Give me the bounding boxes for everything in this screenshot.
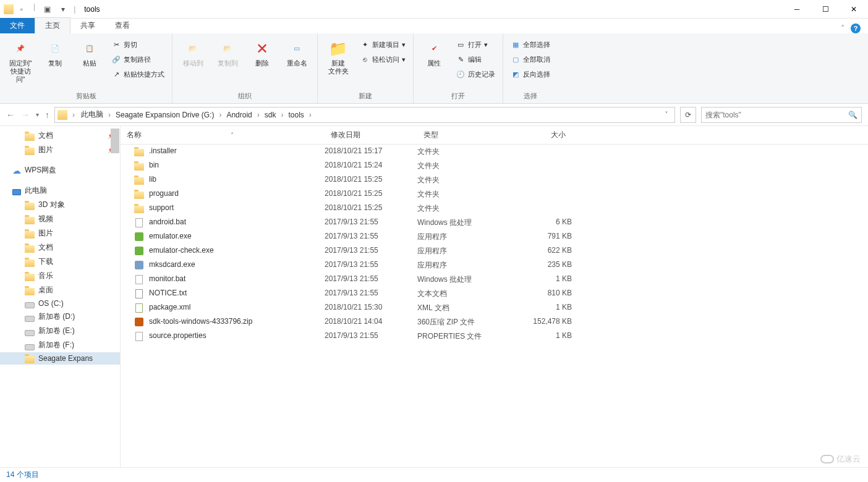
paste-button[interactable]: 📋 粘贴 — [74, 36, 105, 70]
file-row[interactable]: emulator-check.exe2017/9/13 21:55应用程序622… — [121, 244, 868, 258]
up-button[interactable]: ↑ — [45, 110, 49, 120]
maximize-button[interactable]: ☐ — [811, 0, 840, 19]
search-box[interactable]: 🔍 — [701, 107, 862, 123]
search-icon[interactable]: 🔍 — [848, 111, 857, 119]
help-icon[interactable]: ? — [851, 23, 861, 33]
file-row[interactable]: NOTICE.txt2017/9/13 21:55文本文档810 KB — [121, 287, 868, 301]
tree-item[interactable]: OS (C:) — [0, 297, 120, 310]
open-small-button[interactable]: ▭打开 ▾ — [453, 38, 498, 51]
ribbon-collapse-icon[interactable]: ˄ — [841, 24, 845, 33]
tab-home[interactable]: 主页 — [35, 17, 70, 33]
tree-item[interactable]: 3D 对象 — [0, 198, 120, 212]
tree-item[interactable]: 新加卷 (F:) — [0, 338, 120, 352]
breadcrumb-seg[interactable]: sdk — [261, 108, 280, 122]
file-row[interactable]: mksdcard.exe2017/9/13 21:55应用程序235 KB — [121, 258, 868, 273]
folder-icon — [25, 203, 35, 210]
col-date[interactable]: 修改日期 — [325, 126, 417, 144]
chevron-right-icon[interactable]: › — [279, 111, 284, 119]
file-row[interactable]: emulator.exe2017/9/13 21:55应用程序791 KB — [121, 230, 868, 244]
file-row[interactable]: proguard2018/10/21 15:25文件夹 — [121, 187, 868, 201]
file-row[interactable]: source.properties2017/9/13 21:55PROPERTI… — [121, 329, 868, 344]
file-row[interactable]: sdk-tools-windows-4333796.zip2018/10/21 … — [121, 315, 868, 329]
file-row[interactable]: monitor.bat2017/9/13 21:55Windows 批处理1 K… — [121, 273, 868, 287]
select-none-button[interactable]: ▢全部取消 — [508, 53, 553, 66]
tree-wps[interactable]: ☁WPS网盘 — [0, 163, 120, 177]
tree-item[interactable]: 图片📌 — [0, 143, 120, 157]
file-row[interactable]: package.xml2018/10/21 15:30XML 文档1 KB — [121, 301, 868, 315]
chevron-right-icon[interactable]: › — [107, 111, 112, 119]
tree-item[interactable]: 视频 — [0, 212, 120, 226]
tab-share[interactable]: 共享 — [70, 18, 105, 33]
tree-item[interactable]: 新加卷 (E:) — [0, 324, 120, 338]
breadcrumb-seg[interactable]: Seagate Expansion Drive (G:) — [112, 108, 218, 122]
copypath-icon: 🔗 — [111, 54, 121, 64]
breadcrumb-seg[interactable]: tools — [284, 108, 307, 122]
delete-button[interactable]: ✕删除 — [247, 36, 278, 70]
tree-this-pc[interactable]: ˅此电脑 — [0, 184, 120, 198]
tree-item[interactable]: 文档 — [0, 240, 120, 255]
file-row[interactable]: bin2018/10/21 15:24文件夹 — [121, 159, 868, 173]
file-icon — [134, 303, 144, 313]
qat-save-icon[interactable]: ▫ — [15, 2, 28, 16]
tree-item[interactable]: 新加卷 (D:) — [0, 310, 120, 324]
col-name[interactable]: 名称˄ — [121, 126, 325, 144]
history-button[interactable]: 🕘历史记录 — [453, 68, 498, 80]
forward-button[interactable]: → — [21, 110, 30, 120]
file-name: emulator-check.exe — [149, 246, 325, 256]
file-size — [510, 189, 572, 200]
edit-button[interactable]: ✎编辑 — [453, 53, 498, 66]
select-all-button[interactable]: ▦全部选择 — [508, 38, 553, 51]
tree-item[interactable]: Seagate Expans — [0, 352, 120, 365]
easy-access-button[interactable]: ⎋轻松访问 ▾ — [357, 53, 408, 66]
chevron-right-icon[interactable]: › — [308, 111, 313, 119]
qat-dropdown-icon[interactable]: ▾ — [56, 2, 70, 16]
qat-props-icon[interactable]: ▣ — [40, 2, 54, 16]
copy-to-button[interactable]: 📂复制到 — [212, 36, 243, 70]
folder-icon — [25, 133, 35, 141]
paste-shortcut-button[interactable]: ↗粘贴快捷方式 — [109, 68, 167, 80]
invert-selection-button[interactable]: ◩反向选择 — [508, 68, 553, 80]
move-to-button[interactable]: 📂移动到 — [177, 36, 208, 70]
col-type[interactable]: 类型 — [417, 126, 510, 144]
tree-item[interactable]: 图片 — [0, 226, 120, 240]
refresh-button[interactable]: ⟳ — [680, 107, 696, 123]
file-row[interactable]: android.bat2017/9/13 21:55Windows 批处理6 K… — [121, 216, 868, 230]
tree-item[interactable]: 音乐 — [0, 269, 120, 283]
pin-to-quick-button[interactable]: 📌 固定到" 快捷访问" — [5, 36, 36, 86]
file-row[interactable]: lib2018/10/21 15:25文件夹 — [121, 173, 868, 187]
address-bar[interactable]: › 此电脑›Seagate Expansion Drive (G:)›Andro… — [54, 107, 675, 123]
tree-item[interactable]: 文档📌 — [0, 129, 120, 143]
cut-button[interactable]: ✂剪切 — [109, 38, 167, 51]
nav-tree[interactable]: 文档📌图片📌 ☁WPS网盘 ˅此电脑 3D 对象视频图片文档下载音乐桌面OS (… — [0, 126, 121, 467]
chevron-right-icon[interactable]: › — [71, 111, 76, 119]
file-list[interactable]: 名称˄ 修改日期 类型 大小 .installer2018/10/21 15:1… — [121, 126, 868, 467]
tab-view[interactable]: 查看 — [105, 18, 140, 33]
tab-file[interactable]: 文件 — [0, 18, 35, 33]
search-input[interactable] — [705, 111, 848, 119]
tree-item[interactable]: 桌面 — [0, 283, 120, 297]
file-row[interactable]: support2018/10/21 15:25文件夹 — [121, 201, 868, 216]
recent-dropdown[interactable]: ▾ — [36, 111, 39, 118]
file-date: 2017/9/13 21:55 — [325, 260, 417, 271]
file-icon — [134, 203, 144, 213]
new-folder-button[interactable]: 📁新建 文件夹 — [323, 36, 354, 78]
copy-path-button[interactable]: 🔗复制路径 — [109, 53, 167, 66]
new-item-button[interactable]: ✦新建项目 ▾ — [357, 38, 408, 51]
chevron-right-icon[interactable]: › — [218, 111, 223, 119]
copy-button[interactable]: 📄 复制 — [40, 36, 70, 70]
addr-dropdown-icon[interactable]: ˅ — [661, 111, 672, 119]
file-size: 235 KB — [510, 260, 572, 271]
file-row[interactable]: .installer2018/10/21 15:17文件夹 — [121, 145, 868, 159]
breadcrumb-seg[interactable]: Android — [223, 108, 255, 122]
tree-item[interactable]: 下载 — [0, 255, 120, 269]
tree-scrollbar[interactable] — [110, 126, 120, 467]
col-size[interactable]: 大小 — [510, 126, 572, 144]
close-button[interactable]: ✕ — [840, 0, 868, 19]
properties-button[interactable]: ✔属性 — [419, 36, 449, 70]
chevron-right-icon[interactable]: › — [256, 111, 261, 119]
rename-button[interactable]: ▭重命名 — [281, 36, 312, 70]
breadcrumb-seg[interactable]: 此电脑 — [77, 108, 107, 122]
folder-icon — [25, 274, 35, 281]
minimize-button[interactable]: ─ — [783, 0, 811, 19]
back-button[interactable]: ← — [6, 110, 15, 120]
